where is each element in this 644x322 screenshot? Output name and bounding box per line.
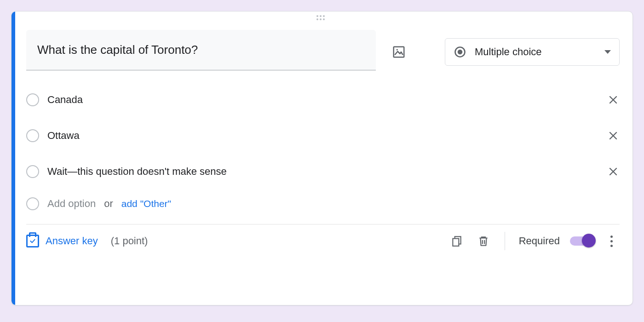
question-title-input[interactable] xyxy=(26,30,376,70)
add-image-button[interactable] xyxy=(389,42,409,62)
toggle-knob xyxy=(582,234,596,247)
remove-option-button[interactable] xyxy=(607,93,620,106)
option-row: Wait—this question doesn't make sense xyxy=(26,161,620,182)
svg-rect-5 xyxy=(453,239,459,246)
delete-button[interactable] xyxy=(473,231,494,251)
drag-handle-icon[interactable] xyxy=(316,15,328,22)
radio-empty-icon xyxy=(26,165,39,178)
close-icon xyxy=(608,166,619,177)
add-other-button[interactable]: add "Other" xyxy=(121,198,171,209)
trash-icon xyxy=(477,235,489,247)
close-icon xyxy=(608,130,619,141)
option-row: Canada xyxy=(26,90,620,110)
answer-key-button[interactable]: Answer key xyxy=(26,235,98,247)
radio-empty-icon xyxy=(26,197,39,210)
close-icon xyxy=(608,94,619,105)
options-list: Canada Ottawa Wait—this question doesn't… xyxy=(26,90,620,210)
question-type-label: Multiple choice xyxy=(475,46,596,58)
svg-point-1 xyxy=(397,49,398,50)
radio-empty-icon xyxy=(26,129,39,142)
copy-icon xyxy=(451,235,463,247)
clipboard-check-icon xyxy=(26,235,39,247)
required-label: Required xyxy=(519,235,560,247)
answer-key-label: Answer key xyxy=(46,235,98,247)
option-text[interactable]: Ottawa xyxy=(47,130,598,142)
more-vertical-icon xyxy=(610,236,613,238)
points-label: (1 point) xyxy=(111,235,148,247)
remove-option-button[interactable] xyxy=(607,165,620,178)
or-text: or xyxy=(104,198,113,210)
radio-icon xyxy=(454,46,466,58)
option-text[interactable]: Canada xyxy=(47,94,598,106)
question-card: Multiple choice Canada Ottawa xyxy=(11,11,633,305)
option-text[interactable]: Wait—this question doesn't make sense xyxy=(47,166,598,178)
option-row: Ottawa xyxy=(26,126,620,146)
add-option-button[interactable]: Add option xyxy=(47,198,96,210)
svg-point-3 xyxy=(458,50,463,55)
duplicate-button[interactable] xyxy=(447,231,467,251)
image-icon xyxy=(392,45,406,59)
radio-empty-icon xyxy=(26,93,39,106)
more-options-button[interactable] xyxy=(603,231,620,251)
question-type-select[interactable]: Multiple choice xyxy=(445,38,620,66)
divider xyxy=(505,232,505,250)
remove-option-button[interactable] xyxy=(607,129,620,142)
add-option-row: Add option or add "Other" xyxy=(26,197,620,210)
divider xyxy=(26,224,620,224)
chevron-down-icon xyxy=(604,50,611,54)
card-footer: Answer key (1 point) Required xyxy=(26,231,620,251)
required-toggle[interactable] xyxy=(570,236,594,246)
